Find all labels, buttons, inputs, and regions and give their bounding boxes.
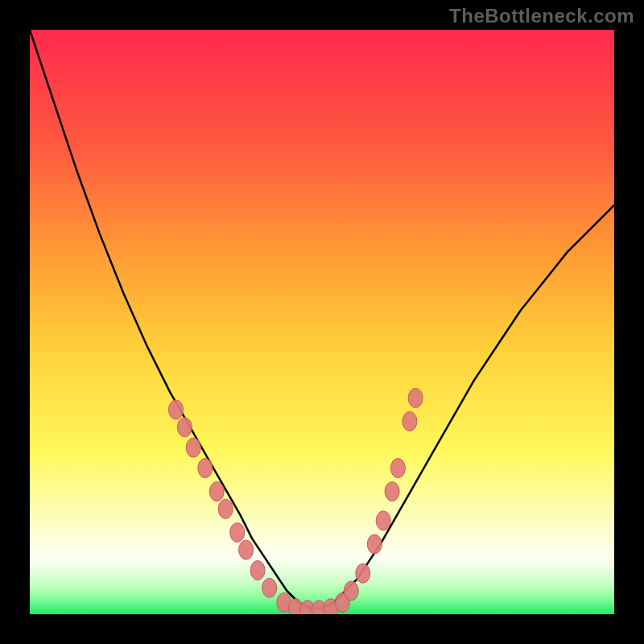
curve-marker xyxy=(344,581,358,601)
curve-marker xyxy=(177,418,192,437)
curve-marker xyxy=(169,400,184,419)
curve-marker xyxy=(186,438,200,457)
curve-marker xyxy=(198,459,213,478)
curve-marker xyxy=(218,499,233,518)
gradient-background xyxy=(30,30,614,614)
curve-marker xyxy=(239,540,254,559)
curve-marker xyxy=(385,482,399,502)
watermark-text: TheBottleneck.com xyxy=(449,5,634,27)
curve-marker xyxy=(408,388,423,407)
curve-marker xyxy=(367,535,382,554)
curve-marker xyxy=(209,482,224,502)
curve-marker xyxy=(356,564,370,583)
curve-marker xyxy=(230,522,245,542)
plot-area xyxy=(30,30,614,614)
curve-marker xyxy=(390,459,405,478)
chart-frame: TheBottleneck.com xyxy=(0,0,644,644)
curve-marker xyxy=(376,511,390,530)
curve-marker xyxy=(402,411,417,431)
curve-marker xyxy=(250,561,265,580)
curve-marker xyxy=(262,578,277,597)
